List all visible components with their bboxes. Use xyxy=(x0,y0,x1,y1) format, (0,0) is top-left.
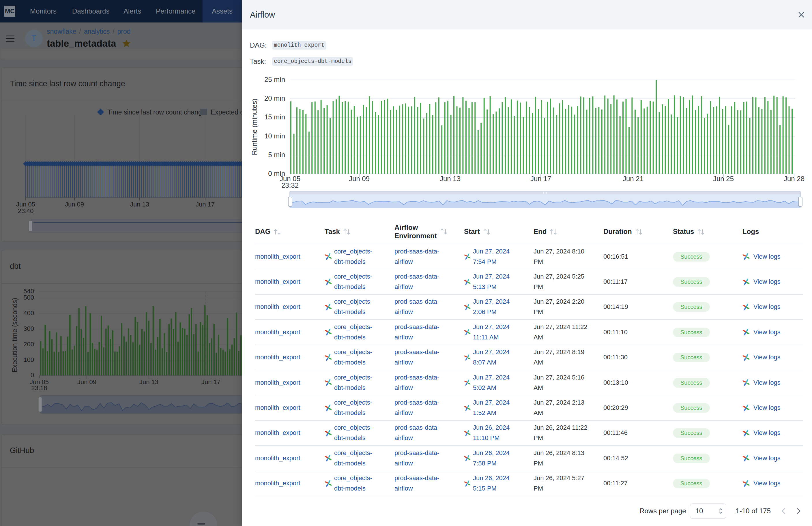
svg-text:Jun 25: Jun 25 xyxy=(713,175,734,182)
svg-text:25 min: 25 min xyxy=(264,76,285,83)
svg-text:Time since last row count chan: Time since last row count change xyxy=(107,108,205,116)
svg-text:Jun 17: Jun 17 xyxy=(195,201,215,208)
svg-text:Execution time (seconds): Execution time (seconds) xyxy=(11,298,18,372)
svg-text:10 min: 10 min xyxy=(264,132,285,140)
svg-text:23:40: 23:40 xyxy=(18,207,33,214)
svg-text:200: 200 xyxy=(24,341,34,348)
svg-text:Jun 17: Jun 17 xyxy=(531,175,551,182)
svg-text:Jun 13: Jun 13 xyxy=(440,175,461,182)
svg-text:Jun 05: Jun 05 xyxy=(16,201,35,208)
svg-text:5 min: 5 min xyxy=(268,151,285,159)
svg-text:300: 300 xyxy=(24,325,34,332)
svg-text:Jun 09: Jun 09 xyxy=(77,378,96,386)
svg-text:15 min: 15 min xyxy=(264,113,285,121)
svg-text:Jun 28: Jun 28 xyxy=(784,175,804,182)
svg-text:20 min: 20 min xyxy=(264,94,285,102)
svg-text:0: 0 xyxy=(31,372,34,379)
svg-text:23:32: 23:32 xyxy=(281,181,299,189)
svg-text:Jun 13: Jun 13 xyxy=(130,201,149,208)
svg-text:400: 400 xyxy=(24,310,34,317)
svg-text:100: 100 xyxy=(24,356,34,363)
svg-text:Jun 09: Jun 09 xyxy=(349,175,369,182)
svg-text:500: 500 xyxy=(24,294,34,301)
svg-text:Runtime (minutes): Runtime (minutes) xyxy=(250,99,258,155)
svg-text:Jun 13: Jun 13 xyxy=(140,378,158,386)
svg-text:23:18: 23:18 xyxy=(31,385,47,392)
svg-text:Jun 09: Jun 09 xyxy=(65,201,84,208)
svg-text:Jun 21: Jun 21 xyxy=(623,175,643,182)
svg-text:540: 540 xyxy=(24,287,34,295)
svg-text:Jun 17: Jun 17 xyxy=(201,378,220,386)
